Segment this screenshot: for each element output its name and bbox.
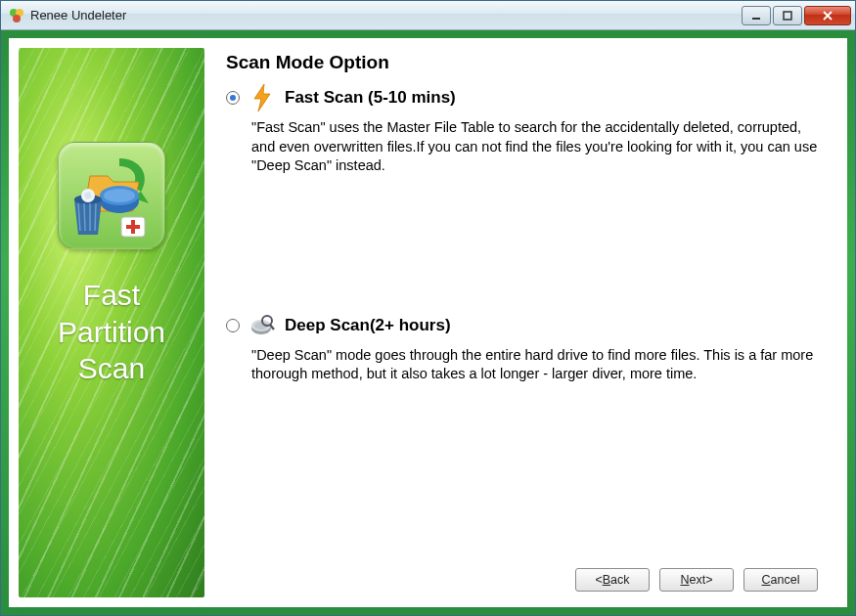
svg-point-8 [104, 189, 135, 202]
radio-deep-scan[interactable] [226, 319, 240, 332]
radio-fast-scan[interactable] [226, 91, 240, 105]
option-header[interactable]: Deep Scan(2+ hours) [226, 313, 824, 338]
option-deep-scan: Deep Scan(2+ hours) "Deep Scan" mode goe… [226, 313, 824, 384]
minimize-button[interactable] [742, 6, 771, 25]
cancel-button[interactable]: Cancel [743, 568, 818, 592]
back-button[interactable]: <Back [575, 568, 650, 592]
option-description: "Deep Scan" mode goes through the entire… [251, 346, 824, 384]
wizard-footer: <Back Next> Cancel [226, 568, 824, 597]
page-heading: Scan Mode Option [226, 52, 824, 73]
titlebar: Renee Undeleter [1, 1, 855, 30]
svg-marker-14 [254, 84, 270, 111]
svg-rect-3 [752, 18, 760, 20]
outer-frame: Fast Partition Scan Scan Mode Option [1, 30, 855, 615]
window-controls [742, 6, 851, 25]
svg-rect-4 [784, 12, 791, 20]
recovery-icon [58, 142, 165, 249]
option-label: Deep Scan(2+ hours) [285, 316, 451, 335]
option-fast-scan: Fast Scan (5-10 mins) "Fast Scan" uses t… [226, 85, 824, 176]
svg-point-2 [13, 15, 21, 22]
svg-rect-13 [126, 225, 140, 229]
main-panel: Scan Mode Option Fast Scan (5-10 mins) "… [204, 48, 837, 597]
option-label: Fast Scan (5-10 mins) [285, 88, 456, 108]
app-window: Renee Undeleter [0, 0, 856, 616]
maximize-button[interactable] [773, 6, 802, 25]
sidebar: Fast Partition Scan [19, 48, 204, 597]
option-header[interactable]: Fast Scan (5-10 mins) [226, 85, 824, 110]
disk-search-icon [249, 313, 275, 338]
close-button[interactable] [804, 6, 851, 25]
sidebar-content: Fast Partition Scan [19, 48, 204, 597]
window-title: Renee Undeleter [30, 8, 742, 22]
lightning-icon [249, 85, 275, 110]
content-area: Fast Partition Scan Scan Mode Option [9, 38, 847, 607]
app-icon [9, 8, 24, 23]
sidebar-title: Fast Partition Scan [58, 277, 165, 387]
next-button[interactable]: Next> [659, 568, 734, 592]
option-description: "Fast Scan" uses the Master File Table t… [251, 118, 824, 176]
